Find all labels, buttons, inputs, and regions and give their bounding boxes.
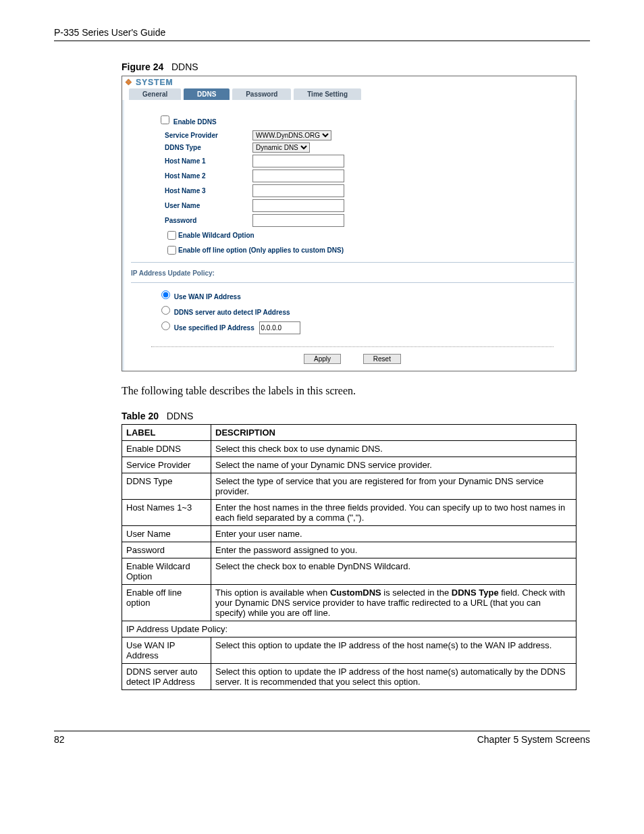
radio-spec[interactable] — [161, 321, 170, 330]
label-user: User Name — [165, 202, 252, 209]
label-host2: Host Name 2 — [165, 172, 252, 180]
cell-span: IP Address Update Policy: — [122, 621, 576, 637]
select-ddns-type[interactable]: Dynamic DNS — [252, 142, 310, 153]
policy-section-label: IP Address Update Policy: — [131, 269, 560, 277]
select-service-provider[interactable]: WWW.DynDNS.ORG — [252, 130, 331, 140]
input-host1[interactable] — [252, 155, 344, 167]
cell-desc: Select this option to update the IP addr… — [211, 664, 576, 690]
label-service-provider: Service Provider — [165, 132, 252, 139]
reset-button[interactable]: Reset — [363, 354, 401, 364]
table-header-row: LABEL DESCRIPTION — [122, 425, 576, 441]
button-row: Apply Reset — [144, 354, 560, 364]
input-host3[interactable] — [252, 184, 344, 197]
table-row: Host Names 1~3Enter the host names in th… — [122, 500, 576, 526]
tab-ddns[interactable]: DDNS — [184, 88, 230, 100]
th-desc: DESCRIPTION — [211, 425, 576, 441]
table-row: IP Address Update Policy: — [122, 621, 576, 637]
label-offline: Enable off line option (Only applies to … — [178, 246, 344, 254]
page-footer: 82 Chapter 5 System Screens — [54, 731, 590, 745]
screenshot-panel: SYSTEM General DDNS Password Time Settin… — [122, 76, 576, 371]
table-row: Use WAN IP AddressSelect this option to … — [122, 637, 576, 664]
figure-title: DDNS — [171, 61, 198, 72]
checkbox-offline[interactable] — [167, 246, 176, 255]
label-policy-wan: Use WAN IP Address — [174, 293, 241, 301]
cell-label: Enable Wildcard Option — [122, 558, 211, 585]
guide-title: P-335 Series User's Guide — [54, 27, 165, 38]
page-number: 82 — [54, 734, 65, 745]
cell-desc: Enter the password assigned to you. — [211, 542, 576, 558]
cell-desc: Select the name of your Dynamic DNS serv… — [211, 457, 576, 473]
table-caption: Table 20 DDNS — [122, 411, 590, 421]
cell-desc: Enter the host names in the three fields… — [211, 500, 576, 526]
description-table: LABEL DESCRIPTION Enable DDNSSelect this… — [122, 424, 576, 690]
label-host3: Host Name 3 — [165, 187, 252, 194]
apply-button[interactable]: Apply — [304, 354, 341, 364]
label-pass: Password — [165, 217, 252, 224]
page-header: P-335 Series User's Guide — [54, 27, 590, 41]
body-text: The following table describes the labels… — [122, 385, 590, 397]
cell-label: Enable off line option — [122, 585, 211, 621]
tab-timesetting[interactable]: Time Setting — [294, 88, 361, 100]
cell-label: Enable DDNS — [122, 441, 211, 457]
radio-auto[interactable] — [161, 306, 170, 315]
label-ddns-type: DDNS Type — [165, 144, 252, 151]
table-row: DDNS TypeSelect the type of service that… — [122, 473, 576, 500]
cell-desc: Select the check box to enable DynDNS Wi… — [211, 558, 576, 585]
row-user: User Name — [165, 199, 560, 212]
divider — [131, 262, 574, 263]
table-body: Enable DDNSSelect this check box to use … — [122, 441, 576, 690]
table-row: Enable off line optionThis option is ava… — [122, 585, 576, 621]
cell-desc: Select this check box to use dynamic DNS… — [211, 441, 576, 457]
label-host1: Host Name 1 — [165, 157, 252, 165]
table-row: PasswordEnter the password assigned to y… — [122, 542, 576, 558]
cell-desc: Select the type of service that you are … — [211, 473, 576, 500]
figure-number: Figure 24 — [122, 61, 163, 72]
enable-ddns-row: Enable DDNS — [158, 113, 560, 126]
input-pass[interactable] — [252, 214, 344, 227]
row-service-provider: Service Provider WWW.DynDNS.ORG — [165, 130, 560, 140]
cell-label: Host Names 1~3 — [122, 500, 211, 526]
cell-desc: Select this option to update the IP addr… — [211, 637, 576, 664]
cell-label: User Name — [122, 526, 211, 542]
cell-desc: This option is available when CustomDNS … — [211, 585, 576, 621]
label-wildcard: Enable Wildcard Option — [178, 232, 254, 239]
enable-ddns-label: Enable DDNS — [173, 118, 217, 126]
dotted-divider — [151, 346, 554, 347]
table-number: Table 20 — [122, 411, 159, 421]
label-policy-spec: Use specified IP Address — [174, 324, 254, 332]
table-row: Enable DDNSSelect this check box to use … — [122, 441, 576, 457]
tab-password[interactable]: Password — [232, 88, 291, 100]
row-offline: Enable off line option (Only applies to … — [165, 244, 560, 257]
table-row: Enable Wildcard OptionSelect the check b… — [122, 558, 576, 585]
input-host2[interactable] — [252, 170, 344, 182]
cell-label: DDNS server auto detect IP Address — [122, 664, 211, 690]
checkbox-wildcard[interactable] — [167, 231, 176, 240]
chapter-label: Chapter 5 System Screens — [477, 734, 590, 745]
form-panel: Enable DDNS Service Provider WWW.DynDNS.… — [122, 100, 576, 371]
input-user[interactable] — [252, 199, 344, 212]
row-policy-auto: DDNS server auto detect IP Address — [158, 304, 560, 316]
divider — [131, 282, 574, 283]
cell-label: Use WAN IP Address — [122, 637, 211, 664]
row-host3: Host Name 3 — [165, 184, 560, 197]
system-title: SYSTEM — [125, 78, 173, 87]
system-header: SYSTEM — [122, 76, 576, 87]
row-policy-spec: Use specified IP Address — [158, 319, 560, 334]
row-host2: Host Name 2 — [165, 170, 560, 182]
cell-label: Service Provider — [122, 457, 211, 473]
row-pass: Password — [165, 214, 560, 227]
cell-label: DDNS Type — [122, 473, 211, 500]
row-policy-wan: Use WAN IP Address — [158, 288, 560, 301]
row-ddns-type: DDNS Type Dynamic DNS — [165, 142, 560, 153]
radio-wan[interactable] — [161, 290, 170, 299]
table-row: Service ProviderSelect the name of your … — [122, 457, 576, 473]
input-spec-ip[interactable] — [259, 321, 300, 334]
label-policy-auto: DDNS server auto detect IP Address — [174, 309, 290, 316]
figure-caption: Figure 24 DDNS — [122, 61, 590, 72]
th-label: LABEL — [122, 425, 211, 441]
table-row: User NameEnter your user name. — [122, 526, 576, 542]
enable-ddns-checkbox[interactable] — [161, 115, 169, 124]
cell-desc: Enter your user name. — [211, 526, 576, 542]
tab-bar: General DDNS Password Time Setting — [129, 88, 569, 100]
tab-general[interactable]: General — [129, 88, 181, 100]
